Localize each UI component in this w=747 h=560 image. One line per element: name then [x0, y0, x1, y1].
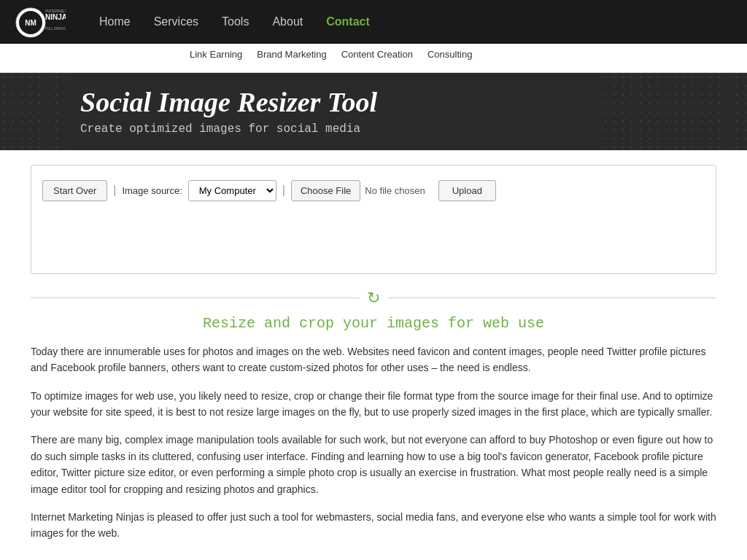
paragraph-2: To optimize images for web use, you like…	[31, 388, 716, 421]
choose-file-button[interactable]: Choose File	[291, 180, 360, 201]
logo[interactable]: NM INTERNET MARKETING NINJAS FULL SERVIC…	[15, 2, 66, 42]
main-content: Start Over | Image source: My Computer |…	[16, 150, 731, 560]
paragraph-4: Internet Marketing Ninjas is pleased to …	[31, 509, 716, 542]
divider-icon: ↻	[367, 289, 380, 308]
divider-line-right	[387, 298, 716, 298]
subnav-content-creation[interactable]: Content Creation	[341, 49, 413, 60]
svg-text:NINJAS: NINJAS	[45, 13, 66, 21]
divider-bottom: ↻	[31, 556, 716, 560]
svg-text:NM: NM	[25, 19, 36, 27]
subnav-link-earning[interactable]: Link Earning	[190, 49, 242, 60]
paragraph-3: There are many big, complex image manipu…	[31, 432, 716, 497]
divider-icon-2: ↻	[367, 556, 380, 560]
no-file-label: No file chosen	[365, 185, 425, 196]
divider-line-left	[31, 298, 360, 298]
image-source-label: Image source:	[122, 185, 182, 196]
top-navigation: NM INTERNET MARKETING NINJAS FULL SERVIC…	[0, 0, 747, 44]
subnav-consulting[interactable]: Consulting	[427, 49, 472, 60]
section-heading: Resize and crop your images for web use	[31, 315, 716, 332]
paragraph-1: Today there are innumerable uses for pho…	[31, 343, 716, 376]
nav-home[interactable]: Home	[88, 2, 142, 42]
svg-text:FULL SERVICE INTERNET MARKETIN: FULL SERVICE INTERNET MARKETING & TOOLS	[45, 27, 66, 31]
file-input-wrapper: Choose File No file chosen	[291, 180, 425, 201]
subnav-brand-marketing[interactable]: Brand Marketing	[257, 49, 326, 60]
page-subtitle: Create optimized images for social media	[80, 122, 725, 136]
nav-contact[interactable]: Contact	[314, 2, 382, 42]
separator-2: |	[282, 184, 285, 197]
nav-services[interactable]: Services	[142, 2, 210, 42]
tool-bar: Start Over | Image source: My Computer |…	[42, 180, 705, 201]
hero-section: Social Image Resizer Tool Create optimiz…	[0, 73, 747, 150]
main-navigation: Home Services Tools About Contact	[88, 2, 732, 42]
nav-tools[interactable]: Tools	[210, 2, 260, 42]
sub-navigation: Link Earning Brand Marketing Content Cre…	[0, 44, 747, 73]
separator-1: |	[113, 184, 116, 197]
page-title: Social Image Resizer Tool	[80, 88, 725, 118]
divider-top: ↻	[31, 289, 716, 308]
source-selector[interactable]: My Computer	[188, 180, 276, 201]
tool-container: Start Over | Image source: My Computer |…	[31, 165, 716, 274]
nav-about[interactable]: About	[260, 2, 314, 42]
upload-button[interactable]: Upload	[438, 180, 496, 201]
start-over-button[interactable]: Start Over	[42, 180, 107, 201]
